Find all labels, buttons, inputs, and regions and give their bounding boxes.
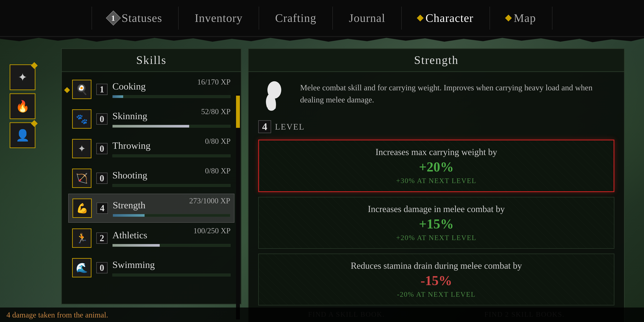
strength-icon-box: 💪	[72, 198, 92, 218]
athletics-icon: 🏃	[76, 232, 88, 244]
shooting-name: Shooting	[112, 170, 147, 181]
cooking-info: Cooking 16/170 XP	[112, 81, 230, 98]
strength-content: Melee combat skill and for carrying weig…	[248, 72, 624, 322]
stat-card-carrying-weight: Increases max carrying weight by +20% +3…	[258, 140, 614, 192]
cooking-icon-box: 🍳	[72, 80, 92, 99]
stat-melee-next: +20% AT NEXT LEVEL	[267, 234, 606, 242]
skinning-xp: 52/80 XP	[201, 107, 230, 116]
tab-journal-label: Journal	[349, 12, 385, 25]
stat-melee-title: Increases damage in melee combat by	[267, 204, 606, 214]
swimming-level-box: 0	[96, 262, 108, 274]
strength-top-section: Melee combat skill and for carrying weig…	[258, 80, 614, 112]
athletics-info: Athletics 100/250 XP	[112, 230, 230, 247]
strength-level-num: 4	[262, 121, 267, 133]
shooting-icon-box: 🏹	[72, 168, 92, 188]
skills-panel: Skills ◆ 🍳 1 Cooking 16/170 XP	[61, 48, 242, 304]
throwing-bar-bg	[112, 154, 230, 157]
skill-item-throwing[interactable]: ✦ 0 Throwing 0/80 XP	[68, 134, 234, 163]
skills-title: Skills	[136, 54, 166, 66]
svg-point-1	[268, 104, 275, 111]
tab-crafting[interactable]: Crafting	[259, 6, 333, 30]
statuses-number: 1	[111, 14, 116, 22]
sidebar-icon-2[interactable]: 🔥	[10, 94, 36, 119]
shooting-xp: 0/80 XP	[205, 166, 230, 175]
strength-level-row: 4 LEVEL	[258, 120, 614, 133]
skill-item-cooking[interactable]: ◆ 🍳 1 Cooking 16/170 XP	[68, 75, 234, 104]
skinning-info: Skinning 52/80 XP	[112, 110, 230, 128]
sidebar-icon-1-symbol: ✦	[18, 71, 27, 84]
skill-item-strength[interactable]: 💪 4 Strength 273/1000 XP	[68, 194, 234, 223]
swimming-bar-bg	[112, 274, 230, 276]
skinning-bar-fill	[112, 125, 189, 128]
athletics-bar-fill	[112, 244, 160, 247]
cooking-level: 1	[100, 84, 104, 94]
cooking-bar-bg	[112, 95, 230, 98]
tab-inventory-label: Inventory	[195, 12, 243, 25]
strength-detail-panel: Strength	[248, 48, 625, 322]
navbar: 1 Statuses Inventory Crafting Journal Ch…	[0, 0, 644, 37]
skill-item-shooting[interactable]: 🏹 0 Shooting 0/80 XP	[68, 164, 234, 192]
throwing-level-box: 0	[96, 143, 108, 154]
tab-crafting-label: Crafting	[275, 12, 316, 25]
swimming-icon-box: 🌊	[72, 258, 92, 278]
strength-level-box-detail: 4	[258, 120, 271, 133]
sidebar-icon-3[interactable]: 👤	[10, 122, 36, 148]
main-content: Skills ◆ 🍳 1 Cooking 16/170 XP	[0, 39, 644, 322]
skill-item-swimming[interactable]: 🌊 0 Swimming	[68, 254, 234, 282]
strength-skill-icon	[258, 80, 290, 112]
tab-statuses[interactable]: 1 Statuses	[92, 6, 178, 30]
shooting-level-box: 0	[96, 172, 108, 184]
stat-stamina-next: -20% AT NEXT LEVEL	[267, 290, 606, 298]
sidebar-icon-3-symbol: 👤	[16, 129, 30, 142]
swimming-info: Swimming	[112, 259, 230, 276]
bottom-status-bar: 4 damage taken from the animal.	[0, 308, 644, 322]
tab-map-label: Map	[514, 12, 536, 25]
athletics-icon-box: 🏃	[72, 228, 92, 248]
arm-svg-icon	[262, 80, 287, 112]
shooting-icon: 🏹	[76, 172, 88, 184]
athletics-xp: 100/250 XP	[193, 226, 230, 235]
scroll-indicator[interactable]	[236, 94, 240, 320]
strength-icon: 💪	[76, 202, 88, 214]
scroll-thumb[interactable]	[236, 96, 240, 128]
swimming-name: Swimming	[112, 259, 155, 270]
tab-inventory[interactable]: Inventory	[178, 6, 259, 30]
cooking-arrow: ◆	[64, 85, 70, 94]
shooting-info: Shooting 0/80 XP	[112, 170, 230, 187]
throwing-icon: ✦	[78, 143, 86, 154]
character-diamond-icon	[417, 15, 424, 22]
stat-melee-value: +15%	[267, 216, 606, 232]
skinning-level: 0	[100, 114, 104, 124]
throwing-name: Throwing	[112, 140, 150, 151]
stat-card-stamina-drain: Reduces stamina drain during melee comba…	[258, 254, 614, 306]
throwing-icon-box: ✦	[72, 139, 92, 158]
cooking-bar-fill	[112, 95, 123, 98]
throwing-xp: 0/80 XP	[205, 137, 230, 146]
skills-list: ◆ 🍳 1 Cooking 16/170 XP	[62, 72, 241, 304]
throwing-level: 0	[100, 144, 104, 154]
tab-map[interactable]: Map	[490, 6, 552, 30]
stat-carrying-next: +30% AT NEXT LEVEL	[267, 176, 606, 185]
stat-carrying-value: +20%	[267, 159, 606, 175]
tab-journal[interactable]: Journal	[333, 6, 402, 30]
throwing-info: Throwing 0/80 XP	[112, 140, 230, 157]
cooking-icon: 🍳	[76, 84, 88, 95]
skinning-icon: 🐾	[76, 113, 88, 125]
strength-title: Strength	[414, 54, 458, 66]
stat-stamina-title: Reduces stamina drain during melee comba…	[267, 260, 606, 271]
athletics-name: Athletics	[112, 230, 147, 241]
status-message: 4 damage taken from the animal.	[6, 310, 108, 319]
shooting-bar-bg	[112, 184, 230, 187]
sidebar-icon-2-symbol: 🔥	[16, 100, 30, 113]
strength-bar-bg	[113, 214, 230, 217]
tab-character-label: Character	[426, 12, 474, 25]
skill-item-skinning[interactable]: 🐾 0 Skinning 52/80 XP	[68, 105, 234, 133]
cooking-level-box: 1	[96, 84, 108, 95]
nav-items: 1 Statuses Inventory Crafting Journal Ch…	[92, 6, 552, 30]
swimming-icon: 🌊	[76, 262, 88, 274]
sidebar-icon-1[interactable]: ✦	[10, 64, 36, 90]
tab-character[interactable]: Character	[402, 6, 490, 30]
swimming-level: 0	[100, 262, 104, 273]
strength-xp: 273/1000 XP	[189, 196, 230, 205]
skill-item-athletics[interactable]: 🏃 2 Athletics 100/250 XP	[68, 224, 234, 252]
